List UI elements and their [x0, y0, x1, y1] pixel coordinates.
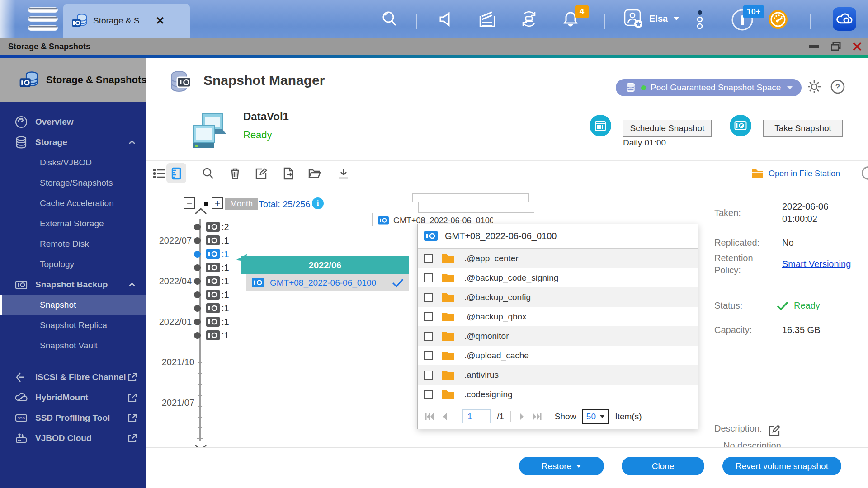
- sidebar-item-snapshot-replica[interactable]: Snapshot Replica: [0, 315, 146, 335]
- folder-row[interactable]: .@app_center: [418, 249, 698, 268]
- timeline-entry[interactable]: :1: [146, 329, 229, 341]
- timeline-entry-selected[interactable]: :1: [146, 248, 229, 260]
- timeline-scroll-up-icon[interactable]: [194, 207, 208, 215]
- zoom-slider-handle[interactable]: [204, 202, 208, 206]
- sidebar-item-ssd-profiling-tool[interactable]: SSD SSD Profiling Tool: [0, 408, 146, 428]
- revert-volume-snapshot-button[interactable]: Revert volume snapshot: [722, 457, 841, 475]
- dashboard-icon[interactable]: [769, 10, 788, 29]
- chevron-up-icon[interactable]: [127, 280, 137, 289]
- folder-row[interactable]: .@backup_config: [418, 287, 698, 307]
- checkbox[interactable]: [424, 273, 433, 282]
- tab-close-icon[interactable]: ✕: [156, 14, 165, 27]
- sidebar-item-overview[interactable]: Overview: [0, 112, 146, 132]
- last-page-icon[interactable]: [533, 413, 542, 420]
- snapshot-chip-icon: [206, 317, 220, 327]
- sidebar-item-vjbod-cloud[interactable]: VJBOD Cloud: [0, 428, 146, 448]
- page-size-dropdown[interactable]: 50: [582, 409, 609, 424]
- download-icon[interactable]: [337, 167, 350, 180]
- checkbox[interactable]: [424, 254, 433, 263]
- callout-snapshot-row[interactable]: GMT+08_2022-06-06_0100: [246, 274, 409, 291]
- take-snapshot-button[interactable]: Take Snapshot: [763, 120, 843, 137]
- timeline-entry[interactable]: :1: [146, 262, 229, 273]
- sidebar-item-topology[interactable]: Topology: [0, 254, 146, 274]
- checkbox[interactable]: [424, 312, 433, 321]
- close-button[interactable]: [853, 42, 862, 51]
- sidebar-item-snapshot-backup[interactable]: Snapshot Backup: [0, 274, 146, 295]
- open-in-file-station-link[interactable]: Open in File Station: [769, 169, 840, 178]
- notifications-speaker-icon[interactable]: [438, 10, 456, 28]
- checkbox[interactable]: [424, 371, 433, 380]
- myqnapcloud-icon[interactable]: [833, 7, 856, 31]
- clone-export-icon[interactable]: [282, 167, 295, 180]
- sidebar-item-storage-snapshots[interactable]: Storage/Snapshots: [0, 173, 146, 193]
- minimize-button[interactable]: [809, 45, 819, 48]
- folder-row[interactable]: .antivirus: [418, 365, 698, 385]
- more-options-icon[interactable]: [695, 10, 704, 28]
- timeline-dot: [194, 278, 201, 285]
- zoom-in-button[interactable]: +: [212, 197, 223, 209]
- sidebar-item-snapshot-vault[interactable]: Snapshot Vault: [0, 335, 146, 356]
- checkbox[interactable]: [424, 390, 433, 399]
- folder-icon: [442, 292, 454, 302]
- sidebar-item-cache-acceleration[interactable]: Cache Acceleration: [0, 193, 146, 213]
- browse-folder-icon[interactable]: [308, 167, 321, 180]
- schedule-snapshot-button[interactable]: Schedule Snapshot: [623, 120, 712, 137]
- edit-description-icon[interactable]: [769, 425, 780, 436]
- volume-summary-row: DataVol1 Ready Schedule Snapshot Take Sn…: [146, 103, 868, 161]
- external-device-sync-icon[interactable]: [520, 10, 538, 28]
- timeline-tick: [198, 427, 202, 428]
- timeline-entry[interactable]: :1: [146, 289, 229, 300]
- timeline-entry[interactable]: 2022/01 :1: [146, 316, 229, 328]
- page-number-input[interactable]: [462, 409, 491, 423]
- sidebar-item-hybridmount[interactable]: HybridMount: [0, 387, 146, 408]
- user-menu[interactable]: Elsa: [623, 8, 679, 29]
- checkbox[interactable]: [424, 332, 433, 341]
- timeline-view-icon[interactable]: [170, 167, 183, 180]
- search-snapshot-icon[interactable]: [202, 167, 214, 180]
- notification-count-badge[interactable]: 4: [575, 5, 589, 18]
- clone-button[interactable]: Clone: [622, 457, 704, 475]
- info-icon[interactable]: i: [312, 197, 324, 209]
- restore-button[interactable]: [831, 42, 841, 51]
- external-link-icon: [127, 413, 137, 423]
- search-icon[interactable]: [381, 10, 399, 28]
- timeline-entry[interactable]: 2022/04 :1: [146, 275, 229, 287]
- next-page-icon[interactable]: [517, 413, 526, 420]
- timeline-entry[interactable]: :2: [146, 221, 229, 233]
- folder-row[interactable]: .codesigning: [418, 385, 698, 404]
- restore-button[interactable]: Restore: [519, 457, 604, 475]
- checkbox[interactable]: [424, 293, 433, 302]
- timeline-date-label: 2021/10: [146, 357, 194, 367]
- folder-row[interactable]: .@backup_code_signing: [418, 268, 698, 287]
- first-page-icon[interactable]: [425, 413, 434, 420]
- sidebar-item-storage[interactable]: Storage: [0, 132, 146, 152]
- folder-row[interactable]: .@qmonitor: [418, 326, 698, 346]
- checkbox[interactable]: [424, 351, 433, 360]
- sidebar-item-remote-disk[interactable]: Remote Disk: [0, 234, 146, 254]
- pool-selector-button[interactable]: Pool Guaranteed Snapshot Space: [616, 79, 802, 96]
- folder-row[interactable]: .@backup_qbox: [418, 307, 698, 326]
- edit-snapshot-icon[interactable]: [255, 167, 268, 180]
- list-view-icon[interactable]: [153, 167, 165, 180]
- app-tab-storage-snapshots[interactable]: Storage & S... ✕: [63, 4, 190, 38]
- help-icon[interactable]: ?: [830, 79, 845, 94]
- sidebar-item-external-storage[interactable]: External Storage: [0, 213, 146, 234]
- sidebar-item-iscsi-fibre-channel[interactable]: iSCSI & Fibre Channel: [0, 367, 146, 387]
- sidebar-item-snapshot[interactable]: Snapshot: [0, 295, 146, 315]
- timeline-dot: [194, 264, 201, 271]
- snapshot-toolbar: Open in File Station: [146, 161, 868, 186]
- folder-row[interactable]: .@upload_cache: [418, 346, 698, 365]
- background-tasks-icon[interactable]: [478, 10, 496, 28]
- timeline-dot: [194, 305, 201, 312]
- chevron-up-icon[interactable]: [127, 138, 137, 147]
- retention-policy-link[interactable]: Smart Versioning: [782, 259, 851, 269]
- main-menu-button[interactable]: [28, 7, 58, 31]
- gear-icon[interactable]: [807, 79, 822, 94]
- timeline-entry[interactable]: :1: [146, 302, 229, 314]
- stacked-window-ghost: [418, 202, 534, 213]
- capacity-value: 16.35 GB: [782, 325, 821, 335]
- delete-snapshot-icon[interactable]: [229, 167, 241, 180]
- sidebar-item-disks-vjbod[interactable]: Disks/VJBOD: [0, 152, 146, 173]
- prev-page-icon[interactable]: [440, 413, 449, 420]
- timeline-entry[interactable]: 2022/07 :1: [146, 235, 229, 246]
